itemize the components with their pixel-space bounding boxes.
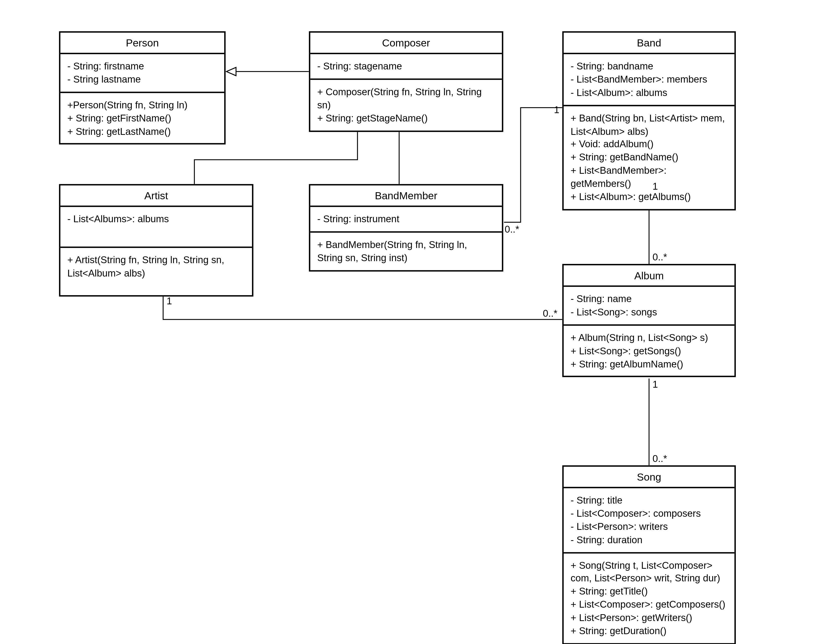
class-operations: + BandMember(String fn, String ln, Strin… (310, 233, 502, 270)
class-title: Composer (310, 32, 502, 54)
attr-line: - String: duration (571, 533, 728, 546)
multiplicity-label: 1 (167, 295, 172, 306)
multiplicity-label: 1 (554, 104, 560, 116)
op-line: + String: getDuration() (571, 624, 728, 638)
multiplicity-label: 0..* (505, 224, 519, 235)
class-operations: + Album(String n, List<Song> s) + List<S… (564, 325, 735, 376)
class-attributes: - String: title - List<Composer>: compos… (564, 488, 735, 553)
class-operations: + Band(String bn, List<Artist> mem, List… (564, 106, 735, 209)
attr-line: - String: instrument (317, 213, 495, 226)
op-line: + Band(String bn, List<Artist> mem, List… (571, 112, 728, 138)
attr-line: - String: stagename (317, 60, 495, 73)
attr-line: - List<Song>: songs (571, 306, 728, 319)
class-operations: + Artist(String fn, String ln, String sn… (60, 248, 252, 295)
class-title: Person (60, 32, 224, 54)
class-title: BandMember (310, 185, 502, 207)
op-line: + String: getBandName() (571, 151, 728, 164)
uml-stage: Person - String: firstname - String last… (0, 0, 833, 644)
class-album: Album - String: name - List<Song>: songs… (563, 264, 736, 377)
class-attributes: - String: stagename (310, 54, 502, 80)
scaled-canvas: Person - String: firstname - String last… (0, 0, 833, 644)
attr-line: - List<Album>: albums (571, 86, 728, 99)
class-attributes: - String: instrument (310, 207, 502, 233)
attr-line: - List<Albums>: albums (68, 213, 245, 226)
multiplicity-label: 1 (653, 378, 658, 390)
op-line: + List<Song>: getSongs() (571, 344, 728, 357)
class-bandmember: BandMember - String: instrument + BandMe… (309, 184, 503, 272)
op-line: + Album(String n, List<Song> s) (571, 331, 728, 344)
multiplicity-label: 1 (653, 180, 658, 192)
class-title: Song (564, 467, 735, 488)
op-line: + Void: addAlbum() (571, 138, 728, 151)
op-line: + Composer(String fn, String ln, String … (317, 85, 495, 112)
class-band: Band - String: bandname - List<BandMembe… (563, 31, 736, 210)
attr-line: - String: name (571, 293, 728, 306)
class-person: Person - String: firstname - String last… (59, 31, 226, 145)
class-attributes: - String: bandname - List<BandMember>: m… (564, 54, 735, 106)
attr-line: - List<Person>: writers (571, 520, 728, 533)
class-attributes: - String: firstname - String lastname (60, 54, 224, 93)
op-line: + List<BandMember>: getMembers() (571, 164, 728, 190)
class-attributes: - String: name - List<Song>: songs (564, 287, 735, 325)
attr-line: - String lastname (68, 73, 217, 86)
class-operations: + Song(String t, List<Composer> com, Lis… (564, 553, 735, 643)
attr-line: - String: title (571, 494, 728, 507)
class-song: Song - String: title - List<Composer>: c… (563, 465, 736, 644)
op-line: + String: getAlbumName() (571, 357, 728, 370)
attr-line: - List<Composer>: composers (571, 507, 728, 520)
op-line: + List<Composer>: getComposers() (571, 598, 728, 611)
op-line: +Person(String fn, String ln) (68, 98, 217, 112)
class-title: Artist (60, 185, 252, 207)
class-operations: +Person(String fn, String ln) + String: … (60, 93, 224, 143)
op-line: + String: getLastName() (68, 125, 217, 138)
multiplicity-label: 0..* (653, 251, 667, 262)
op-line: + String: getTitle() (571, 585, 728, 598)
multiplicity-label: 0..* (543, 308, 558, 319)
multiplicity-label: 0..* (653, 453, 667, 464)
attr-line: - String: bandname (571, 60, 728, 73)
op-line: + List<Person>: getWriters() (571, 611, 728, 624)
op-line: + String: getStageName() (317, 112, 495, 125)
class-attributes: - List<Albums>: albums (60, 207, 252, 248)
attr-line: - String: firstname (68, 60, 217, 73)
class-composer: Composer - String: stagename + Composer(… (309, 31, 503, 132)
op-line: + List<Album>: getAlbums() (571, 190, 728, 204)
op-line: + Artist(String fn, String ln, String sn… (68, 253, 245, 280)
op-line: + String: getFirstName() (68, 112, 217, 125)
class-artist: Artist - List<Albums>: albums + Artist(S… (59, 184, 253, 296)
class-title: Album (564, 266, 735, 287)
attr-line: - List<BandMember>: members (571, 73, 728, 86)
op-line: + BandMember(String fn, String ln, Strin… (317, 238, 495, 264)
op-line: + Song(String t, List<Composer> com, Lis… (571, 559, 728, 585)
class-operations: + Composer(String fn, String ln, String … (310, 80, 502, 130)
class-title: Band (564, 32, 735, 54)
